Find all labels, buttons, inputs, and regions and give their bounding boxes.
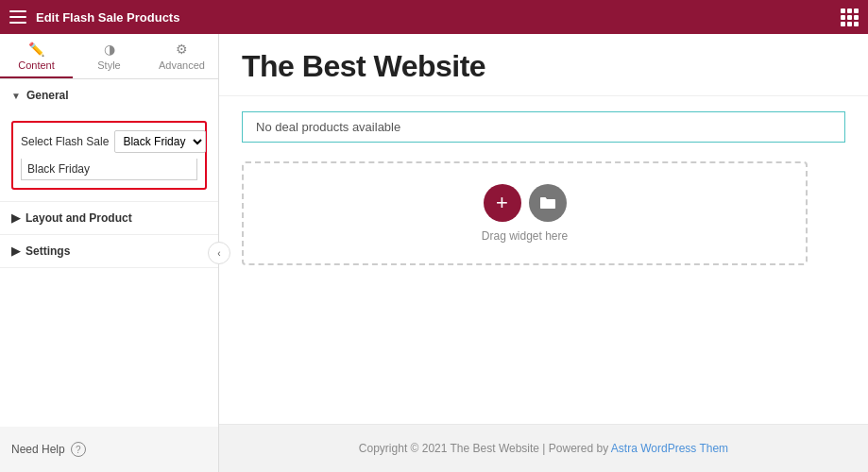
drag-widget-text: Drag widget here (482, 229, 568, 243)
layout-section-title: Layout and Product (26, 211, 132, 225)
tab-content[interactable]: ✏️ Content (0, 34, 73, 78)
settings-accordion-header[interactable]: ▶ Settings (0, 235, 218, 268)
need-help-label: Need Help (11, 443, 65, 456)
general-accordion-header[interactable]: ▼ General (0, 79, 218, 111)
general-arrow-icon: ▼ (11, 91, 21, 101)
apps-grid-icon[interactable] (841, 8, 859, 26)
flash-sale-select-wrapper: Select Flash Sale Black Friday Black Fri… (11, 121, 207, 190)
layout-arrow-icon: ▶ (11, 211, 20, 225)
tab-style-label: Style (97, 59, 120, 71)
drag-widget-area[interactable]: + Drag widget here (242, 161, 808, 265)
advanced-tab-icon: ⚙ (176, 42, 188, 57)
help-circle-icon: ? (71, 442, 86, 457)
flash-sale-label: Select Flash Sale (21, 135, 109, 148)
left-panel: ✏️ Content ◑ Style ⚙ Advanced ▼ General (0, 34, 219, 472)
general-section: ▼ General Select Flash Sale Black Friday… (0, 79, 218, 202)
settings-section-title: Settings (26, 244, 70, 258)
website-footer: Copyright © 2021 The Best Website | Powe… (219, 424, 868, 472)
collapse-panel-button[interactable]: ‹ (208, 242, 230, 264)
style-tab-icon: ◑ (104, 42, 115, 57)
settings-arrow-icon: ▶ (11, 244, 20, 258)
tab-content-label: Content (18, 59, 55, 71)
flash-sale-dropdown[interactable]: Black Friday (114, 130, 206, 153)
drag-widget-icons: + (484, 184, 567, 222)
website-title: The Best Website (242, 49, 845, 84)
add-widget-button[interactable]: + (484, 184, 521, 222)
website-header: The Best Website (219, 34, 868, 96)
top-bar: Edit Flash Sale Products (0, 0, 868, 34)
content-tab-icon: ✏️ (28, 42, 44, 57)
help-question-mark: ? (76, 445, 81, 455)
top-bar-title: Edit Flash Sale Products (36, 10, 831, 25)
tab-advanced-label: Advanced (159, 59, 205, 71)
folder-widget-button[interactable] (529, 184, 567, 222)
general-section-title: General (26, 89, 69, 102)
hamburger-menu[interactable] (9, 10, 26, 24)
tabs-bar: ✏️ Content ◑ Style ⚙ Advanced (0, 34, 218, 79)
layout-accordion-header[interactable]: ▶ Layout and Product (0, 202, 218, 235)
footer-link[interactable]: Astra WordPress Them (611, 442, 728, 455)
left-panel-wrapper: ✏️ Content ◑ Style ⚙ Advanced ▼ General (0, 34, 219, 472)
no-deal-bar: No deal products available (242, 111, 845, 143)
content-body: No deal products available + Drag widget… (219, 96, 868, 424)
tab-style[interactable]: ◑ Style (73, 34, 145, 78)
tab-advanced[interactable]: ⚙ Advanced (145, 34, 218, 78)
need-help-section[interactable]: Need Help ? (0, 427, 218, 472)
main-layout: ✏️ Content ◑ Style ⚙ Advanced ▼ General (0, 34, 868, 472)
footer-text: Copyright © 2021 The Best Website | Powe… (359, 442, 611, 455)
right-content: The Best Website No deal products availa… (219, 34, 868, 472)
no-deal-text: No deal products available (256, 120, 400, 134)
flash-sale-row: Select Flash Sale Black Friday (21, 130, 197, 153)
general-accordion-body: Select Flash Sale Black Friday Black Fri… (0, 111, 218, 201)
flash-sale-option-black-friday[interactable]: Black Friday (21, 159, 197, 180)
